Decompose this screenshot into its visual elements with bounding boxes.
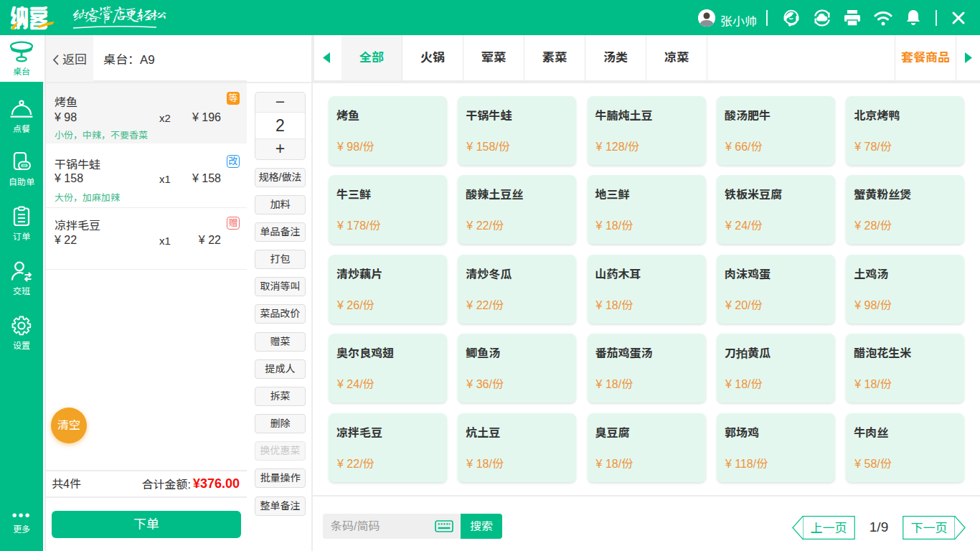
svg-text:上一页: 上一页 xyxy=(811,522,847,535)
svg-text:下一页: 下一页 xyxy=(911,522,948,535)
